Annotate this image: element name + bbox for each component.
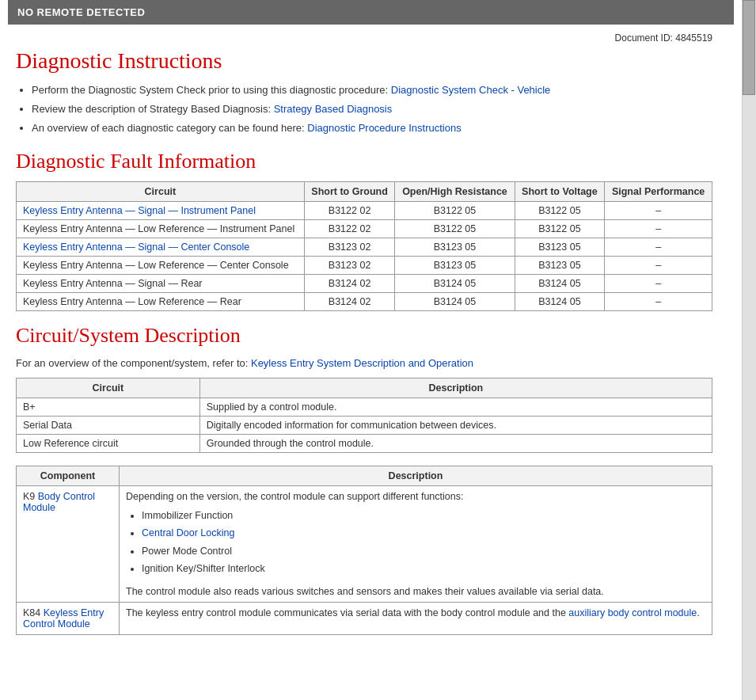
diagnostic-instructions-list: Perform the Diagnostic System Check prio… <box>32 82 712 137</box>
fault-col-open-resistance: Open/High Resistance <box>395 182 515 202</box>
circuit-description-intro: For an overview of the component/system,… <box>16 356 712 371</box>
circuit-description-title: Circuit/System Description <box>16 324 712 348</box>
fault-info-table: Circuit Short to Ground Open/High Resist… <box>16 181 712 311</box>
table-row: K9 Body Control Module Depending on the … <box>17 485 712 602</box>
scrollbar-thumb[interactable] <box>743 0 755 95</box>
k84-description-cell: The keyless entry control module communi… <box>120 602 712 634</box>
circuit-link-3[interactable]: Keyless Entry Antenna — Signal — Center … <box>23 242 249 253</box>
component-col-component: Component <box>17 466 120 485</box>
k9-component-cell: K9 Body Control Module <box>17 485 120 602</box>
k9-description-cell: Depending on the version, the control mo… <box>120 485 712 602</box>
diagnostic-procedure-instructions-link[interactable]: Diagnostic Procedure Instructions <box>307 122 461 134</box>
circuit-table-col-circuit: Circuit <box>17 378 200 398</box>
table-row: Keyless Entry Antenna — Low Reference — … <box>17 257 712 275</box>
circuit-table: Circuit Description B+ Supplied by a con… <box>16 378 712 453</box>
component-col-description: Description <box>120 466 712 485</box>
instruction-item-3: An overview of each diagnostic category … <box>32 120 712 137</box>
auxiliary-bcm-link[interactable]: auxiliary body control module <box>568 607 697 618</box>
table-row: Keyless Entry Antenna — Signal — Center … <box>17 238 712 257</box>
fault-col-circuit: Circuit <box>17 182 305 202</box>
diagnostic-instructions-title: Diagnostic Instructions <box>16 48 712 74</box>
keyless-entry-system-link[interactable]: Keyless Entry System Description and Ope… <box>251 357 473 369</box>
no-remote-banner: NO REMOTE DETECTED <box>8 0 734 25</box>
table-row: B+ Supplied by a control module. <box>17 398 712 416</box>
central-door-locking-link[interactable]: Central Door Locking <box>142 527 234 538</box>
table-row: Serial Data Digitally encoded informatio… <box>17 416 712 434</box>
table-row: Keyless Entry Antenna — Signal — Instrum… <box>17 202 712 220</box>
diagnostic-system-check-link[interactable]: Diagnostic System Check - Vehicle <box>391 84 551 96</box>
fault-info-title: Diagnostic Fault Information <box>16 150 712 173</box>
instruction-item-2: Review the description of Strategy Based… <box>32 101 712 118</box>
k9-features-list: Immobilizer Function Central Door Lockin… <box>142 507 705 578</box>
table-row: Keyless Entry Antenna — Low Reference — … <box>17 220 712 238</box>
fault-col-short-voltage: Short to Voltage <box>515 182 605 202</box>
k84-component-cell: K84 Keyless Entry Control Module <box>17 602 120 634</box>
table-row: K84 Keyless Entry Control Module The key… <box>17 602 712 634</box>
fault-col-short-ground: Short to Ground <box>304 182 395 202</box>
component-table: Component Description K9 Body Control Mo… <box>16 466 712 635</box>
document-id: Document ID: 4845519 <box>16 32 712 44</box>
circuit-table-col-description: Description <box>199 378 712 398</box>
table-row: Low Reference circuit Grounded through t… <box>17 434 712 452</box>
fault-col-signal-perf: Signal Performance <box>605 182 712 202</box>
scrollbar[interactable] <box>742 0 756 664</box>
table-row: Keyless Entry Antenna — Low Reference — … <box>17 293 712 311</box>
circuit-link-1[interactable]: Keyless Entry Antenna — Signal — Instrum… <box>23 205 256 216</box>
strategy-based-diagnosis-link[interactable]: Strategy Based Diagnosis <box>274 103 393 115</box>
no-remote-text: NO REMOTE DETECTED <box>17 6 145 18</box>
instruction-item-1: Perform the Diagnostic System Check prio… <box>32 82 712 99</box>
table-row: Keyless Entry Antenna — Signal — Rear B3… <box>17 275 712 293</box>
